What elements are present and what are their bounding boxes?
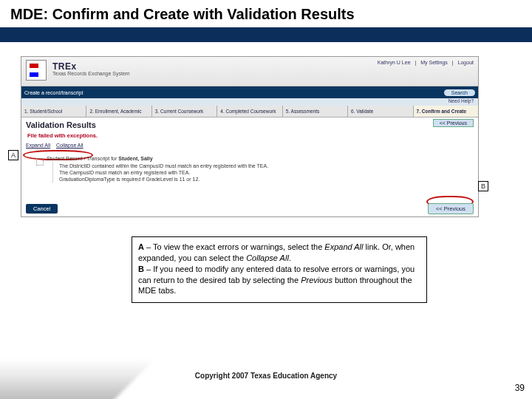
slide: MDE: Confirm and Create with Validation …	[0, 0, 532, 399]
tree-item: The DistrictID contained within the Camp…	[59, 163, 474, 169]
validation-title: Validation Results	[26, 120, 474, 129]
search-button[interactable]: Search	[444, 89, 475, 96]
expand-collapse-row: Expand All Collapse All	[26, 143, 88, 148]
slide-number: 39	[515, 383, 525, 393]
collapse-all-link[interactable]: Collapse All	[56, 143, 83, 148]
help-link[interactable]: Need Help?	[449, 98, 474, 103]
step-7-active[interactable]: 7. Confirm and Create	[414, 106, 478, 117]
tree-item: GraduationDiplomaType is required if Gra…	[59, 176, 474, 183]
explain-line-a: A – To view the exact errors or warnings…	[138, 242, 420, 264]
app-header: TREx Texas Records Exchange System Kathr…	[21, 57, 478, 86]
app-logo-text: TREx	[52, 61, 77, 72]
title-bar: MDE: Confirm and Create with Validation …	[0, 0, 532, 26]
previous-button-bottom[interactable]: << Previous	[428, 203, 474, 214]
tree-root-name: Student, Sally	[118, 156, 152, 161]
validation-tree: Student Record / Transcript for Student,…	[36, 156, 474, 183]
explanation-box: A – To view the exact errors or warnings…	[132, 236, 427, 303]
my-settings-link[interactable]: My Settings	[420, 60, 448, 65]
tree-root-prefix: Student Record / Transcript for	[47, 156, 118, 161]
failure-message: File failed with exceptions.	[27, 132, 474, 139]
step-2[interactable]: 2. Enrollment, Academic	[86, 106, 151, 117]
breadcrumb: Create a record/transcript	[24, 90, 83, 95]
explain-a-t1: – To view the exact errors or warnings, …	[144, 242, 324, 251]
step-1[interactable]: 1. Student/School	[21, 106, 86, 117]
title-underline	[0, 27, 532, 42]
explain-a-em2: Collapse All	[246, 253, 289, 262]
tree-root[interactable]: Student Record / Transcript for Student,…	[36, 156, 474, 161]
logout-link[interactable]: Logout	[458, 60, 474, 65]
previous-button-top[interactable]: << Previous	[433, 119, 474, 127]
copyright-text: Copyright 2007 Texas Education Agency	[0, 372, 532, 380]
explain-b-lead: B	[138, 265, 144, 273]
app-subtitle: Texas Records Exchange System	[52, 71, 130, 76]
breadcrumb-strip: Create a record/transcript Search	[21, 86, 478, 98]
tree-children: The DistrictID contained within the Camp…	[52, 163, 474, 183]
user-bar: Kathryn U Lee | My Settings | Logout	[375, 60, 474, 65]
validation-section: Validation Results << Previous File fail…	[21, 117, 478, 212]
expand-all-link[interactable]: Expand All	[26, 143, 50, 148]
user-greeting: Kathryn U Lee	[378, 60, 411, 65]
step-5[interactable]: 5. Assessments	[283, 106, 348, 117]
state-flag-icon	[26, 60, 47, 81]
cancel-button[interactable]: Cancel	[26, 204, 58, 214]
explain-line-b: B – If you need to modify any entered da…	[138, 264, 420, 297]
step-6[interactable]: 6. Validate	[348, 106, 413, 117]
step-strip: 1. Student/School 2. Enrollment, Academi…	[21, 106, 478, 117]
explain-b-em: Previous	[301, 276, 332, 284]
screenshot-footer: Cancel << Previous	[21, 200, 478, 216]
help-link-row: Need Help?	[21, 98, 478, 106]
callout-label-b: B	[478, 181, 488, 191]
step-3[interactable]: 3. Current Coursework	[152, 106, 217, 117]
step-4[interactable]: 4. Completed Coursework	[217, 106, 282, 117]
callout-label-a: A	[8, 150, 18, 160]
tree-item: The CampusID must match an entry registe…	[59, 169, 474, 176]
app-screenshot: TREx Texas Records Exchange System Kathr…	[21, 56, 479, 217]
slide-title: MDE: Confirm and Create with Validation …	[10, 6, 522, 23]
explain-a-lead: A	[138, 242, 144, 251]
explain-a-em: Expand All	[324, 242, 363, 251]
explain-a-t3: .	[289, 253, 291, 262]
